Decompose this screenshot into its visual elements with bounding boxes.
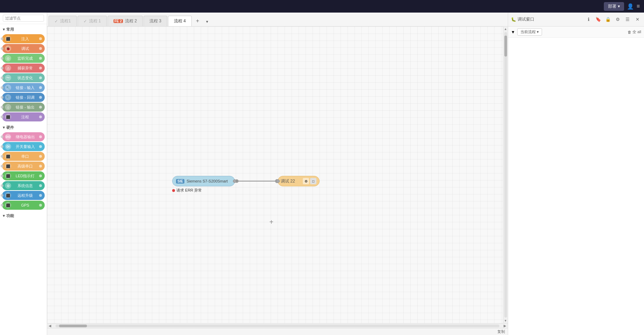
top-bar: 部署 ▾ 👤 ≡ bbox=[0, 0, 644, 13]
tab-flow1-icon: ✓ bbox=[83, 19, 87, 24]
node-debug-22[interactable]: 调试 22 ⚙ □ bbox=[278, 176, 320, 186]
canvas-inner: SIE Siemens S7-S200Smart 调试 22 ⚙ □ bbox=[47, 27, 503, 323]
section-common-label: 常用 bbox=[6, 27, 14, 32]
siemens-output-port bbox=[233, 179, 236, 183]
search-input[interactable] bbox=[3, 15, 44, 22]
info-icon-btn[interactable]: ℹ bbox=[585, 16, 592, 23]
canvas-main: SIE Siemens S7-S200Smart 调试 22 ⚙ □ bbox=[47, 27, 508, 323]
node-link-in[interactable]: 🔧 链接 - 输入 bbox=[2, 83, 45, 92]
lock-icon-btn[interactable]: 🔒 bbox=[604, 16, 612, 23]
status-bar: 复制 bbox=[47, 328, 508, 335]
node-led[interactable]: ⬛ LED指示灯 bbox=[2, 171, 45, 180]
node-debug[interactable]: 🐞 调试 bbox=[2, 44, 45, 53]
filter-current-flow-button[interactable]: 当前流程 ▾ bbox=[517, 28, 542, 36]
node-sysinfo[interactable]: ⚙ 系统信息 bbox=[2, 181, 45, 190]
node-ota[interactable]: ⬛ 远程升级 bbox=[2, 191, 45, 200]
scroll-right-arrow[interactable]: ▶ bbox=[502, 324, 508, 328]
tab-add-button[interactable]: + bbox=[192, 16, 203, 26]
node-serial-adv[interactable]: ⬛ 高级串口 bbox=[2, 162, 45, 171]
bookmark-icon-btn[interactable]: 🔖 bbox=[594, 16, 602, 23]
debug-icons: ⚙ □ bbox=[303, 178, 316, 184]
deploy-dropdown-icon: ▾ bbox=[618, 4, 620, 9]
gps-icon: ⬛ bbox=[5, 202, 11, 208]
tab-flow1[interactable]: ✓ 流程 1 bbox=[78, 16, 107, 26]
section-function[interactable]: ▾ 功能 bbox=[2, 212, 45, 220]
node-catch[interactable]: ⚠ 捕获异常 bbox=[2, 64, 45, 73]
debug-input-port bbox=[276, 179, 280, 183]
right-panel-header: 🐛 调试窗口 ℹ 🔖 🔒 ⚙ ☰ ✕ bbox=[508, 13, 644, 27]
node-link-call[interactable]: 🔧 链接 - 回调 bbox=[2, 93, 45, 102]
debug-panel-icon: 🐛 bbox=[511, 17, 516, 22]
siemens-badge: SIE bbox=[176, 179, 184, 184]
tab-flow2[interactable]: FE 2 流程 2 bbox=[108, 16, 143, 26]
switch-label: 开关量输入 bbox=[11, 144, 39, 149]
node-comment[interactable]: ⬛ 注程 bbox=[2, 112, 45, 121]
tab-flow4-label: 流程 4 bbox=[174, 18, 186, 24]
node-gps[interactable]: ⬛ GPS bbox=[2, 201, 45, 210]
user-icon[interactable]: 👤 bbox=[627, 3, 634, 10]
right-panel-title-area: 🐛 调试窗口 bbox=[511, 16, 534, 22]
node-siemens-s7[interactable]: SIE Siemens S7-S200Smart bbox=[172, 176, 235, 186]
status-port bbox=[39, 76, 42, 79]
serial-label: 串口 bbox=[11, 154, 39, 159]
canvas-wrapper: SIE Siemens S7-S200Smart 调试 22 ⚙ □ bbox=[47, 27, 508, 335]
status-right: 复制 bbox=[497, 329, 505, 334]
tab-bar: ✓ 流程1 ✓ 流程 1 FE 2 流程 2 流程 3 流程 4 + ▾ bbox=[47, 13, 508, 27]
right-panel: 🐛 调试窗口 ℹ 🔖 🔒 ⚙ ☰ ✕ ▼ 当前流程 ▾ 🗑 全 all bbox=[508, 13, 644, 335]
tab-flow0-icon: ✓ bbox=[54, 19, 58, 24]
link-in-label: 链接 - 输入 bbox=[11, 85, 39, 90]
link-call-label: 链接 - 回调 bbox=[11, 95, 39, 100]
tab-flow0[interactable]: ✓ 流程1 bbox=[49, 16, 77, 26]
list-icon-btn[interactable]: ☰ bbox=[624, 16, 631, 23]
node-status[interactable]: 〜 状态变化 bbox=[2, 73, 45, 82]
settings-icon-btn[interactable]: ⚙ bbox=[614, 16, 622, 23]
debug-toggle-icon[interactable]: □ bbox=[310, 178, 316, 184]
link-out-icon: ♫ bbox=[5, 104, 11, 110]
section-hardware[interactable]: ▾ 硬件 bbox=[2, 124, 45, 132]
node-serial[interactable]: ⬛ 串口 bbox=[2, 152, 45, 161]
node-relay[interactable]: DO 继电器输出 bbox=[2, 132, 45, 141]
sidebar-content: ▾ 常用 ⬛ 注入 🐞 调试 ⊙ 监听完成 bbox=[0, 24, 47, 335]
debug-settings-icon[interactable]: ⚙ bbox=[303, 178, 309, 184]
node-switch[interactable]: DI 开关量输入 bbox=[2, 142, 45, 151]
add-node-button[interactable]: + bbox=[266, 217, 276, 227]
status-label: 状态变化 bbox=[11, 75, 39, 81]
section-common-arrow: ▾ bbox=[3, 27, 5, 32]
deploy-button[interactable]: 部署 ▾ bbox=[604, 2, 624, 11]
node-inject[interactable]: ⬛ 注入 bbox=[2, 34, 45, 43]
complete-label: 监听完成 bbox=[11, 56, 39, 61]
catch-icon: ⚠ bbox=[5, 65, 11, 71]
serial-port bbox=[39, 155, 42, 158]
sysinfo-icon: ⚙ bbox=[5, 183, 11, 189]
sysinfo-port bbox=[39, 184, 42, 187]
serial-icon: ⬛ bbox=[5, 153, 11, 159]
link-out-label: 链接 - 输出 bbox=[11, 105, 39, 110]
tab-flow2-label: 流程 2 bbox=[125, 18, 137, 24]
section-hardware-label: 硬件 bbox=[6, 125, 14, 130]
section-common[interactable]: ▾ 常用 bbox=[2, 25, 45, 34]
ota-port bbox=[39, 194, 42, 197]
inject-label: 注入 bbox=[11, 36, 39, 42]
led-label: LED指示灯 bbox=[11, 173, 39, 179]
menu-icon[interactable]: ≡ bbox=[637, 3, 640, 9]
scroll-down-button[interactable]: ▼ bbox=[503, 318, 508, 323]
tab-flow1-label: 流程 1 bbox=[89, 18, 101, 24]
scroll-left-arrow[interactable]: ◀ bbox=[47, 324, 53, 328]
vertical-scrollbar[interactable]: ▲ ▼ bbox=[503, 27, 508, 323]
tab-flow4[interactable]: 流程 4 bbox=[168, 16, 192, 26]
serial-adv-port bbox=[39, 165, 42, 168]
tab-dropdown-button[interactable]: ▾ bbox=[203, 17, 211, 26]
node-complete[interactable]: ⊙ 监听完成 bbox=[2, 54, 45, 63]
close-icon-btn[interactable]: ✕ bbox=[634, 16, 641, 23]
scroll-up-button[interactable]: ▲ bbox=[503, 27, 508, 31]
clear-all-button[interactable]: 🗑 全 all bbox=[628, 29, 641, 35]
horizontal-scrollbar[interactable] bbox=[56, 325, 499, 327]
tab-flow3[interactable]: 流程 3 bbox=[144, 16, 167, 26]
catch-label: 捕获异常 bbox=[11, 66, 39, 71]
canvas-area: ✓ 流程1 ✓ 流程 1 FE 2 流程 2 流程 3 流程 4 + ▾ bbox=[47, 13, 508, 335]
relay-icon: DO bbox=[5, 134, 11, 140]
node-link-out[interactable]: ♫ 链接 - 输出 bbox=[2, 103, 45, 112]
canvas[interactable]: SIE Siemens S7-S200Smart 调试 22 ⚙ □ bbox=[47, 27, 503, 323]
switch-icon: DI bbox=[5, 143, 11, 150]
link-call-port bbox=[39, 96, 42, 99]
